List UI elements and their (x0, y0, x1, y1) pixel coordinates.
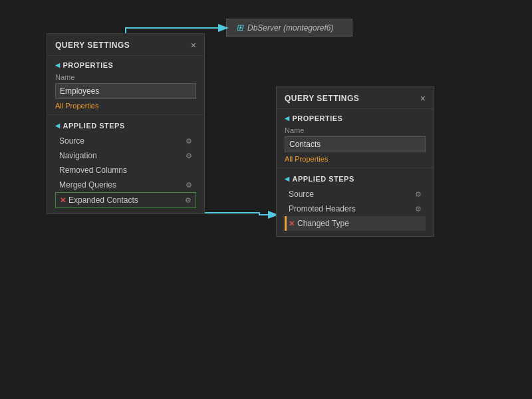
step-source-left-gear[interactable]: ⚙ (186, 137, 192, 146)
step-source-right-label-group: Source (289, 190, 314, 199)
step-removed-label-group: Removed Columns (59, 166, 127, 175)
applied-steps-left: ◀ APPLIED STEPS Source ⚙ Navigation ⚙ Re… (47, 118, 204, 213)
step-removed-columns-label: Removed Columns (59, 166, 127, 175)
properties-label-right: PROPERTIES (293, 114, 343, 122)
step-promoted-gear[interactable]: ⚙ (415, 205, 422, 213)
db-server-label: DbServer (montegoref6) (247, 23, 333, 33)
name-label-left: Name (55, 73, 196, 81)
panel-right-header: QUERY SETTINGS × (277, 87, 434, 109)
step-source-left[interactable]: Source ⚙ (55, 134, 196, 148)
step-source-right-label: Source (289, 190, 314, 199)
step-expanded-gear[interactable]: ⚙ (185, 196, 192, 205)
arrow-to-contacts (205, 213, 276, 215)
applied-steps-header-left: ◀ APPLIED STEPS (55, 122, 196, 130)
step-promoted-label-group: Promoted Headers (289, 204, 356, 213)
step-source-right[interactable]: Source ⚙ (285, 187, 426, 201)
steps-list-right: Source ⚙ Promoted Headers ⚙ ✕ Changed Ty… (285, 187, 426, 231)
divider-right (277, 168, 434, 168)
step-navigation-label: Navigation (59, 151, 97, 160)
step-merged-queries-label: Merged Queries (59, 180, 116, 190)
triangle-icon-steps-right: ◀ (285, 176, 290, 182)
panel-right-properties: ◀ PROPERTIES Name All Properties (277, 109, 434, 168)
applied-steps-label-right: APPLIED STEPS (293, 175, 354, 183)
step-expanded-contacts-left[interactable]: ✕ Expanded Contacts ⚙ (55, 192, 196, 208)
panel-right-title: QUERY SETTINGS (285, 94, 359, 103)
panel-left-title: QUERY SETTINGS (55, 41, 130, 50)
query-panel-left: QUERY SETTINGS × ◀ PROPERTIES Name All P… (47, 33, 205, 214)
step-merged-queries-left[interactable]: Merged Queries ⚙ (55, 178, 196, 192)
step-source-right-gear[interactable]: ⚙ (415, 190, 422, 199)
database-icon: ⊞ (236, 23, 243, 33)
step-promoted-headers-label: Promoted Headers (289, 204, 356, 213)
triangle-icon-right: ◀ (285, 115, 290, 122)
step-merged-gear[interactable]: ⚙ (186, 181, 192, 190)
panel-right-close[interactable]: × (420, 94, 426, 103)
step-navigation-gear[interactable]: ⚙ (186, 152, 192, 160)
step-expanded-error-icon: ✕ (60, 196, 66, 205)
divider-left (47, 114, 204, 115)
name-label-right: Name (285, 126, 426, 134)
properties-label-left: PROPERTIES (63, 61, 114, 69)
properties-section-header-right: ◀ PROPERTIES (285, 114, 426, 122)
all-properties-link-left[interactable]: All Properties (55, 102, 98, 110)
step-expanded-contacts-label: Expanded Contacts (68, 196, 138, 205)
step-changed-type-right[interactable]: ✕ Changed Type (285, 216, 426, 231)
applied-steps-right: ◀ APPLIED STEPS Source ⚙ Promoted Header… (277, 171, 434, 236)
step-nav-label-group: Navigation (59, 151, 97, 160)
panel-left-properties: ◀ PROPERTIES Name All Properties (47, 56, 204, 114)
applied-steps-header-right: ◀ APPLIED STEPS (285, 175, 426, 183)
name-input-left[interactable] (55, 83, 196, 99)
name-input-right[interactable] (285, 136, 426, 152)
step-source-left-label-group: Source (59, 136, 84, 146)
steps-list-left: Source ⚙ Navigation ⚙ Removed Columns Me… (55, 134, 196, 208)
step-changed-type-label: Changed Type (297, 219, 349, 228)
triangle-icon-left: ◀ (55, 62, 61, 68)
properties-section-header-left: ◀ PROPERTIES (55, 61, 196, 69)
step-changed-label-group: ✕ Changed Type (289, 219, 349, 228)
db-server-banner: ⊞ DbServer (montegoref6) (226, 19, 352, 37)
step-merged-label-group: Merged Queries (59, 180, 116, 190)
all-properties-link-right[interactable]: All Properties (285, 155, 328, 163)
step-changed-error-icon: ✕ (289, 219, 295, 228)
step-expanded-label-group: ✕ Expanded Contacts (60, 196, 138, 205)
panel-left-close[interactable]: × (191, 41, 196, 50)
step-navigation-left[interactable]: Navigation ⚙ (55, 148, 196, 163)
triangle-icon-steps-left: ◀ (55, 122, 61, 129)
applied-steps-label-left: APPLIED STEPS (63, 122, 125, 130)
step-removed-columns-left[interactable]: Removed Columns (55, 163, 196, 178)
query-panel-right: QUERY SETTINGS × ◀ PROPERTIES Name All P… (276, 86, 434, 237)
step-promoted-headers-right[interactable]: Promoted Headers ⚙ (285, 201, 426, 216)
step-source-left-label: Source (59, 136, 84, 146)
panel-left-header: QUERY SETTINGS × (47, 34, 204, 56)
